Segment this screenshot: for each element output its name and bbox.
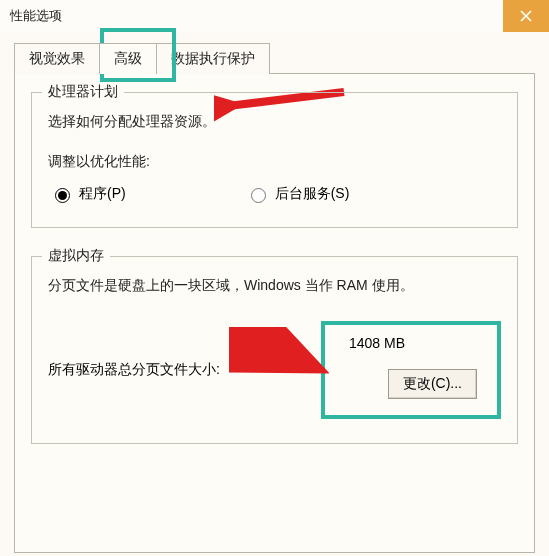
processor-desc: 选择如何分配处理器资源。 <box>48 113 501 131</box>
group-processor-scheduling: 处理器计划 选择如何分配处理器资源。 调整以优化性能: 程序(P) 后台服务(S… <box>31 92 518 228</box>
annotation-arrow-icon <box>229 327 329 387</box>
vm-total-value: 1408 MB <box>345 335 477 351</box>
radio-background[interactable]: 后台服务(S) <box>246 185 350 203</box>
close-icon <box>520 10 532 22</box>
window-title: 性能选项 <box>10 7 503 25</box>
tabs-row: 视觉效果 高级 数据执行保护 <box>14 42 535 73</box>
performance-options-window: 性能选项 视觉效果 高级 数据执行保护 <box>0 0 549 556</box>
radio-background-input[interactable] <box>251 188 266 203</box>
group-virtual-memory: 虚拟内存 分页文件是硬盘上的一块区域，Windows 当作 RAM 使用。 所有… <box>31 256 518 444</box>
change-button[interactable]: 更改(C)... <box>388 369 477 399</box>
radio-programs-input[interactable] <box>55 188 70 203</box>
radio-programs[interactable]: 程序(P) <box>50 185 126 203</box>
tab-page-advanced: 处理器计划 选择如何分配处理器资源。 调整以优化性能: 程序(P) 后台服务(S… <box>14 73 535 553</box>
vm-desc: 分页文件是硬盘上的一块区域，Windows 当作 RAM 使用。 <box>48 277 501 295</box>
svg-line-5 <box>233 331 315 367</box>
radio-background-label: 后台服务(S) <box>275 185 350 203</box>
adjust-label: 调整以优化性能: <box>48 153 501 171</box>
group-title-processor: 处理器计划 <box>42 83 124 101</box>
vm-total-label: 所有驱动器总分页文件大小: <box>48 361 220 379</box>
tab-advanced[interactable]: 高级 <box>99 43 157 74</box>
titlebar: 性能选项 <box>0 0 549 32</box>
close-button[interactable] <box>503 0 549 32</box>
tab-visual-effects[interactable]: 视觉效果 <box>14 43 100 74</box>
tab-dep[interactable]: 数据执行保护 <box>156 43 270 74</box>
annotation-highlight-value: 1408 MB 更改(C)... <box>321 321 501 419</box>
radio-row: 程序(P) 后台服务(S) <box>48 185 501 203</box>
vm-total-row: 所有驱动器总分页文件大小: 1408 MB 更改(C)... <box>48 321 501 419</box>
radio-programs-label: 程序(P) <box>79 185 126 203</box>
client-area: 视觉效果 高级 数据执行保护 处理器计划 选择如何分配处理器资源。 调整以优化性… <box>0 32 549 556</box>
group-title-vm: 虚拟内存 <box>42 247 110 265</box>
